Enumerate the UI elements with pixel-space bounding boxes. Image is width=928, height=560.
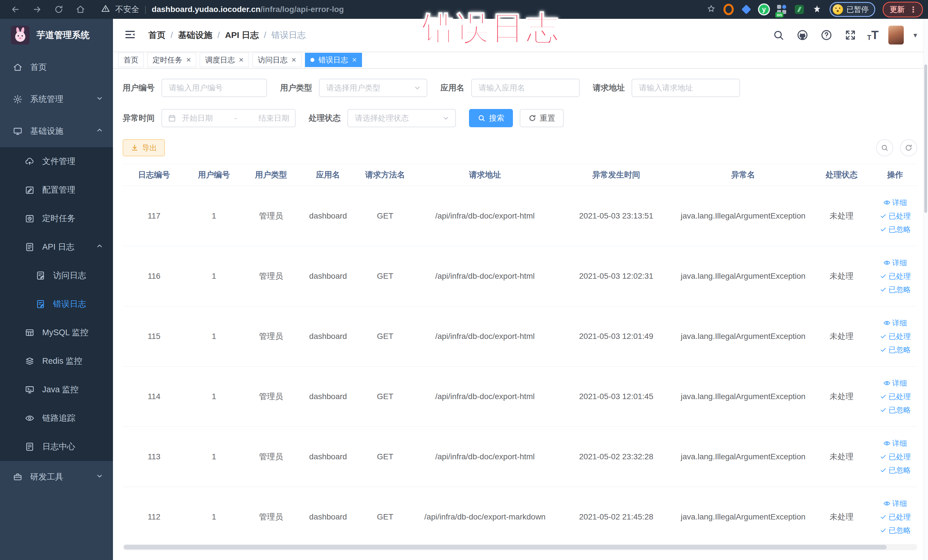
action-ignored[interactable]: 已忽略 (879, 345, 911, 355)
action-detail[interactable]: 详细 (883, 258, 907, 268)
reset-button[interactable]: 重置 (520, 109, 564, 127)
security-warning-icon[interactable] (101, 4, 110, 15)
horizontal-scrollbar[interactable] (123, 544, 917, 550)
sidebar-item-config-mgmt[interactable]: 配置管理 (0, 176, 113, 204)
sidebar-item-cron-job[interactable]: 定时任务 (0, 204, 113, 233)
sidebar-item-tracing[interactable]: 链路追踪 (0, 404, 113, 432)
close-icon[interactable]: × (186, 56, 191, 64)
sidebar-item-file-mgmt[interactable]: 文件管理 (0, 147, 113, 176)
breadcrumb-infrastructure[interactable]: 基础设施 (178, 29, 212, 41)
chevron-down-icon[interactable]: ▾ (913, 31, 917, 40)
action-ignored[interactable]: 已忽略 (879, 224, 911, 235)
extension-blue-icon[interactable] (741, 4, 751, 15)
address-bar[interactable]: 不安全 | dashboard.yudao.iocoder.cn/infra/l… (101, 4, 344, 15)
close-icon[interactable]: × (239, 56, 243, 64)
search-button[interactable]: 搜索 (469, 109, 513, 127)
cell-user_id: 1 (185, 392, 243, 401)
extension-grid-icon[interactable]: on (777, 4, 787, 15)
user-id-input[interactable] (162, 79, 267, 97)
eye-icon (883, 199, 891, 206)
help-icon[interactable] (819, 28, 833, 42)
scrollbar-thumb[interactable] (124, 545, 887, 549)
user-type-select[interactable]: 请选择用户类型 (319, 79, 427, 97)
back-icon[interactable] (8, 2, 23, 17)
action-processed[interactable]: 已处理 (879, 271, 911, 281)
sidebar-item-mysql-monitor[interactable]: MySQL 监控 (0, 318, 113, 347)
font-size-icon[interactable]: TT (867, 29, 879, 41)
action-processed[interactable]: 已处理 (879, 452, 911, 462)
paused-badge[interactable]: 已暂停 (830, 2, 875, 17)
sidebar-item-redis-monitor[interactable]: Redis 监控 (0, 347, 113, 375)
sidebar-item-infrastructure[interactable]: 基础设施 (0, 115, 113, 147)
update-button[interactable]: 更新 ⋮ (883, 2, 923, 17)
action-processed[interactable]: 已处理 (879, 331, 911, 342)
tab-home[interactable]: 首页 (118, 53, 144, 67)
breadcrumb-separator: / (171, 30, 173, 40)
tab-error-log[interactable]: 错误日志× (305, 53, 362, 67)
action-processed[interactable]: 已处理 (879, 512, 911, 522)
action-ignored[interactable]: 已忽略 (879, 405, 911, 415)
close-icon[interactable]: × (292, 56, 296, 64)
sidebar-item-access-log[interactable]: 访问日志 (0, 261, 113, 290)
cell-status: 未处理 (810, 271, 873, 282)
exception-time-range[interactable]: 开始日期 - 结束日期 (162, 109, 296, 127)
process-status-select[interactable]: 请选择处理状态 (348, 109, 456, 127)
export-button[interactable]: 导出 (123, 139, 165, 156)
refresh-table-button[interactable] (900, 139, 917, 156)
fullscreen-icon[interactable] (843, 28, 858, 42)
request-url-input[interactable] (632, 79, 740, 97)
breadcrumb-api-log[interactable]: API 日志 (225, 29, 259, 41)
vertical-scrollbar[interactable] (923, 19, 928, 560)
action-ignored[interactable]: 已忽略 (879, 465, 911, 475)
action-detail[interactable]: 详细 (883, 198, 907, 208)
browser-menu-icon[interactable]: ⋮ (909, 5, 917, 14)
table-header: 日志编号用户编号用户类型应用名请求方法名请求地址异常发生时间异常名处理状态操作 (123, 164, 917, 186)
action-processed[interactable]: 已处理 (879, 392, 911, 402)
sidebar-item-system-mgmt[interactable]: 系统管理 (0, 83, 113, 115)
doc-icon (35, 270, 46, 281)
sidebar-item-label: 系统管理 (30, 93, 63, 105)
logo-row[interactable]: 芋道管理系统 (0, 19, 113, 51)
sidebar-item-home[interactable]: 首页 (0, 51, 113, 83)
action-detail[interactable]: 详细 (883, 499, 907, 509)
search-icon[interactable] (771, 28, 786, 42)
close-icon[interactable]: × (352, 56, 357, 64)
breadcrumb: 首页 / 基础设施 / API 日志 / 错误日志 (148, 29, 305, 41)
app-name-input[interactable] (471, 79, 580, 97)
action-detail[interactable]: 详细 (883, 318, 907, 328)
scrollbar-thumb[interactable] (924, 64, 927, 213)
end-date-placeholder: 结束日期 (258, 113, 289, 123)
reload-icon[interactable] (51, 2, 67, 17)
forward-icon[interactable] (29, 2, 45, 17)
sidebar-item-java-monitor[interactable]: Java 监控 (0, 375, 113, 404)
extension-paw-icon[interactable] (812, 4, 822, 15)
action-processed[interactable]: 已处理 (879, 211, 911, 221)
sidebar-item-log-center[interactable]: 日志中心 (0, 432, 113, 461)
extension-darkgreen-icon[interactable] (794, 4, 804, 15)
cell-status: 未处理 (810, 511, 873, 522)
sidebar-fold-icon[interactable] (124, 28, 136, 42)
sidebar-item-dev-tools[interactable]: 研发工具 (0, 461, 113, 493)
search-icon (478, 114, 485, 122)
browser-home-icon[interactable] (72, 2, 89, 17)
action-detail[interactable]: 详细 (883, 378, 907, 388)
extension-green-icon[interactable]: y (759, 4, 769, 15)
user-avatar[interactable] (888, 26, 904, 44)
action-ignored[interactable]: 已忽略 (879, 525, 911, 536)
breadcrumb-home[interactable]: 首页 (148, 29, 165, 41)
tab-schedule-log[interactable]: 调度日志× (200, 53, 249, 67)
user-type-placeholder: 请选择用户类型 (327, 83, 380, 93)
toggle-search-button[interactable] (876, 139, 893, 156)
action-detail[interactable]: 详细 (883, 438, 907, 449)
action-label: 已处理 (888, 271, 911, 281)
sidebar-item-error-log[interactable]: 错误日志 (0, 290, 113, 318)
tab-access-log[interactable]: 访问日志× (252, 53, 302, 67)
action-ignored[interactable]: 已忽略 (879, 285, 911, 295)
sidebar-item-api-log[interactable]: API 日志 (0, 233, 113, 261)
extension-orange-icon[interactable] (723, 4, 734, 15)
sidebar-item-label: API 日志 (42, 241, 75, 253)
cell-id: 112 (123, 512, 185, 522)
github-icon[interactable] (795, 28, 810, 42)
bookmark-star-icon[interactable] (706, 4, 716, 15)
tab-cron-job[interactable]: 定时任务× (147, 53, 196, 67)
